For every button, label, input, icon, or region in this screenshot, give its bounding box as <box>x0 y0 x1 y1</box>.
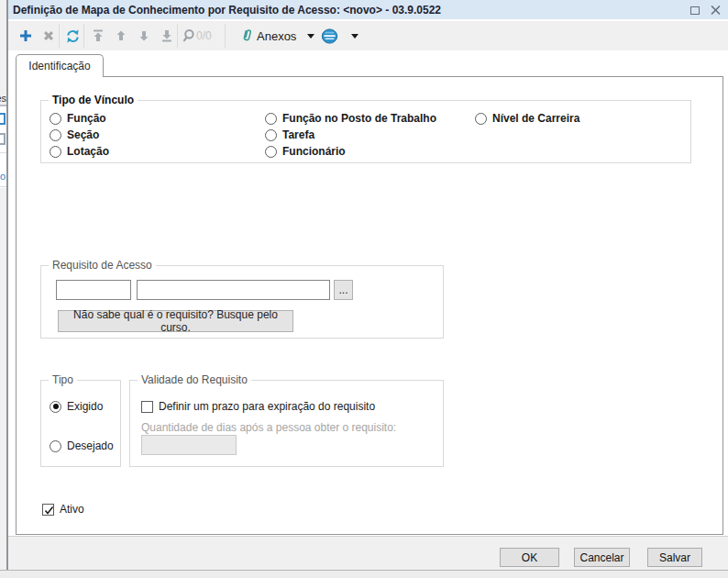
close-button[interactable] <box>708 4 722 17</box>
delete-x-icon <box>41 28 56 43</box>
radio-icon <box>475 113 487 125</box>
tab-identificacao[interactable]: Identificação <box>16 54 104 77</box>
radio-icon <box>50 146 61 158</box>
requisito-name-input[interactable] <box>137 280 330 300</box>
days-label: Quantidade de dias após a pessoa obter o… <box>141 421 396 434</box>
background-window-strip: es o <box>0 0 8 570</box>
radio-funcionario[interactable]: Funcionário <box>265 145 346 158</box>
radio-icon <box>265 146 277 158</box>
toolbar-separator <box>59 24 60 48</box>
group-tipo-de-vinculo: Tipo de Vínculo Função Seção Lotação Fun… <box>40 100 691 163</box>
ok-button[interactable]: OK <box>500 548 559 567</box>
maximize-icon <box>690 6 700 15</box>
radio-tarefa[interactable]: Tarefa <box>265 128 314 141</box>
search-by-course-button[interactable]: Não sabe qual é o requisito? Busque pelo… <box>58 310 293 332</box>
radio-funcao[interactable]: Função <box>50 112 106 125</box>
checkbox-ativo[interactable]: Ativo <box>42 503 84 516</box>
anexos-button[interactable] <box>236 25 258 47</box>
check-icon <box>43 505 55 517</box>
search-icon <box>182 28 197 43</box>
record-counter: 0/0 <box>196 29 212 42</box>
printer-icon <box>321 28 338 44</box>
checkbox-icon <box>42 504 54 516</box>
close-icon <box>711 6 721 15</box>
radio-desejado[interactable]: Desejado <box>50 439 114 452</box>
delete-button[interactable] <box>38 25 60 47</box>
background-icon-fragment <box>0 133 6 145</box>
background-partial-link: o <box>0 171 6 183</box>
radio-icon <box>50 113 61 125</box>
requisito-code-input[interactable] <box>56 280 131 300</box>
arrow-up-icon <box>114 28 128 43</box>
refresh-icon <box>65 28 81 44</box>
background-icon-fragment <box>0 113 6 125</box>
radio-icon <box>50 401 61 413</box>
radio-icon <box>265 129 277 141</box>
previous-record-button[interactable] <box>110 25 132 47</box>
radio-icon <box>265 113 277 125</box>
radio-secao[interactable]: Seção <box>50 128 99 141</box>
radio-lotacao[interactable]: Lotação <box>50 145 109 158</box>
toolbar-separator <box>225 24 226 48</box>
background-divider <box>0 152 6 153</box>
print-button[interactable] <box>318 25 340 47</box>
plus-icon <box>18 28 33 43</box>
dialog-window: Definição de Mapa de Conhecimento por Re… <box>8 0 728 570</box>
radio-funcao-posto-trabalho[interactable]: Função no Posto de Trabalho <box>265 112 436 125</box>
group-label: Tipo de Vínculo <box>49 94 138 106</box>
chevron-down-icon <box>351 34 358 39</box>
tab-page: Tipo de Vínculo Função Seção Lotação Fun… <box>16 76 723 535</box>
days-input <box>141 435 237 455</box>
title-bar: Definição de Mapa de Conhecimento por Re… <box>8 0 728 20</box>
group-label: Validade do Requisito <box>138 373 251 386</box>
first-record-button[interactable] <box>87 25 109 47</box>
group-requisito-de-acesso: Requisito de Acesso ... Não sabe qual é … <box>40 265 444 339</box>
radio-icon <box>50 440 61 452</box>
group-validade-do-requisito: Validade do Requisito Definir um prazo p… <box>129 380 444 467</box>
paperclip-icon <box>239 27 255 46</box>
maximize-button[interactable] <box>688 4 702 17</box>
radio-nivel-carreira[interactable]: Nível de Carreira <box>475 112 579 125</box>
checkbox-definir-prazo[interactable]: Definir um prazo para expiração do requi… <box>141 400 375 413</box>
refresh-button[interactable] <box>61 25 83 47</box>
toolbar: 0/0 Anexos <box>8 21 728 50</box>
radio-icon <box>50 129 61 141</box>
save-button[interactable]: Salvar <box>647 548 702 567</box>
background-divider <box>0 186 6 187</box>
add-button[interactable] <box>15 25 37 47</box>
cancel-button[interactable]: Cancelar <box>574 548 630 567</box>
tab-label: Identificação <box>28 60 90 72</box>
browse-button[interactable]: ... <box>334 280 353 300</box>
background-partial-text: es <box>0 93 6 105</box>
arrow-down-icon <box>137 28 151 43</box>
window-title: Definição de Mapa de Conhecimento por Re… <box>13 4 441 17</box>
background-window-bottom-strip <box>0 570 728 578</box>
group-label: Tipo <box>49 373 77 386</box>
arrow-first-icon <box>91 28 105 43</box>
group-label: Requisito de Acesso <box>49 259 156 272</box>
last-record-button[interactable] <box>156 25 178 47</box>
checkbox-icon <box>141 401 153 413</box>
group-tipo: Tipo Exigido Desejado <box>40 380 121 467</box>
arrow-last-icon <box>160 28 174 43</box>
toolbar-separator <box>177 24 178 48</box>
next-record-button[interactable] <box>133 25 155 47</box>
chevron-down-icon <box>307 34 314 39</box>
radio-exigido[interactable]: Exigido <box>50 400 103 413</box>
print-dropdown-button[interactable] <box>344 25 366 47</box>
anexos-label[interactable]: Anexos <box>257 29 296 43</box>
footer-button-bar: OK Cancelar Salvar <box>8 536 728 570</box>
toolbar-separator <box>83 24 84 48</box>
